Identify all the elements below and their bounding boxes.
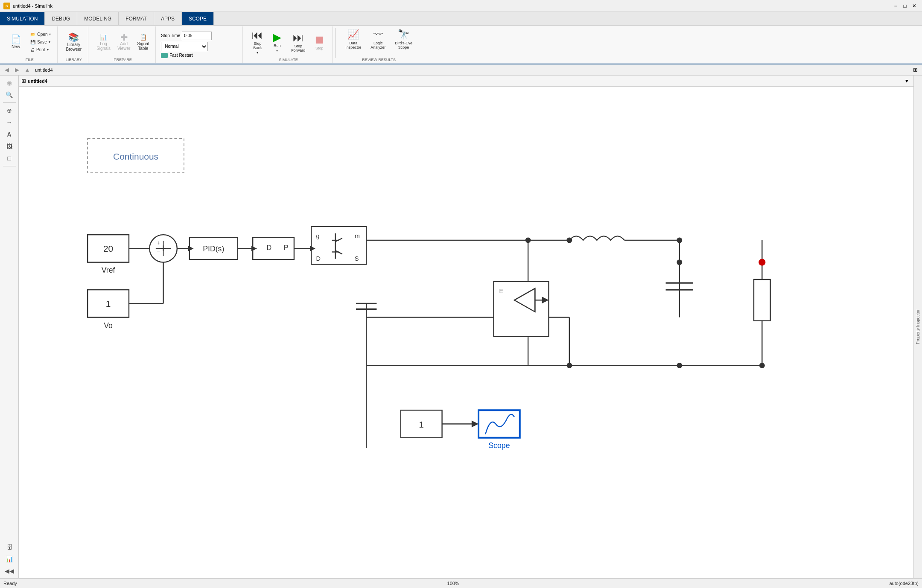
- sidebar-chart-button[interactable]: 📊: [3, 553, 16, 565]
- run-button[interactable]: ▶ Run ▾: [268, 29, 286, 55]
- step-forward-button[interactable]: ⏭ Step Forward: [287, 30, 309, 55]
- breadcrumb: untitled4: [35, 67, 53, 73]
- svg-text:D: D: [316, 255, 321, 262]
- step-back-button[interactable]: ⏮ Step Back ▾: [248, 27, 267, 57]
- add-viewer-button[interactable]: ➕ Add Viewer: [114, 32, 133, 52]
- new-button[interactable]: 📄 New: [5, 33, 26, 51]
- svg-point-40: [677, 259, 682, 265]
- tab-simulation[interactable]: SIMULATION: [0, 12, 45, 25]
- signal-table-icon: 📋: [140, 34, 147, 41]
- svg-text:P: P: [284, 244, 289, 251]
- breadcrumb-model: untitled4: [35, 67, 53, 73]
- svg-text:E: E: [499, 288, 503, 294]
- svg-text:D: D: [266, 244, 271, 251]
- svg-text:g: g: [316, 233, 320, 239]
- svg-text:Vref: Vref: [102, 266, 115, 274]
- simulink-diagram[interactable]: Continuous 20 Vref 1 Vo + + − PID(s) D P: [19, 87, 913, 578]
- toolbar: ◀ ▶ ▲ untitled4 ⊞: [0, 64, 922, 76]
- svg-text:S: S: [355, 255, 359, 262]
- tab-bar: SIMULATION DEBUG MODELING FORMAT APPS SC…: [0, 12, 922, 26]
- main-area: ◉ 🔍 ⊕ → A 🖼 □ 🗄 📊 ◀◀ ⊞ untitled4 ▾ Conti…: [0, 76, 922, 578]
- svg-rect-37: [754, 279, 770, 321]
- birds-eye-button[interactable]: 🔭 Bird's-Eye Scope: [391, 27, 416, 51]
- log-signals-button[interactable]: 📊 Log Signals: [93, 32, 114, 52]
- grid-button[interactable]: ⊞: [911, 66, 919, 74]
- tab-scope[interactable]: SCOPE: [182, 12, 214, 25]
- ribbon-prepare-section: 📊 Log Signals ➕ Add Viewer 📋 Signal Tabl…: [90, 26, 156, 63]
- file-small-btns: 📂 Open ▾ 💾 Save ▾ 🖨 Print ▾: [27, 31, 54, 53]
- model-title-dropdown[interactable]: ▾: [902, 77, 911, 85]
- sidebar-separator-2: [3, 166, 16, 166]
- stop-button[interactable]: ⏹ Stop: [310, 32, 329, 52]
- stop-time-input[interactable]: [182, 32, 212, 40]
- svg-text:Scope: Scope: [488, 441, 510, 450]
- open-button[interactable]: 📂 Open ▾: [27, 31, 54, 38]
- sidebar-image-button[interactable]: 🖼: [3, 141, 16, 152]
- title-bar-left: S untitled4 - Simulink: [3, 3, 53, 9]
- minimize-button[interactable]: −: [891, 2, 900, 10]
- svg-point-31: [566, 238, 572, 243]
- sidebar-collapse-button[interactable]: ◀◀: [3, 565, 16, 576]
- tab-format[interactable]: FORMAT: [119, 12, 154, 25]
- data-inspector-button[interactable]: 📈 Data Inspector: [341, 27, 365, 51]
- model-title-name: untitled4: [28, 79, 47, 84]
- forward-button[interactable]: ▶: [13, 66, 21, 74]
- birds-eye-icon: 🔭: [398, 29, 409, 40]
- ribbon-review-section: 📈 Data Inspector 〰 Logic Analyzer 🔭 Bird…: [338, 26, 420, 63]
- svg-rect-65: [479, 410, 520, 437]
- logic-analyzer-button[interactable]: 〰 Logic Analyzer: [367, 27, 389, 51]
- svg-text:−: −: [156, 248, 160, 255]
- back-button[interactable]: ◀: [3, 66, 11, 74]
- close-button[interactable]: ✕: [910, 2, 919, 10]
- fast-restart-row: Fast Restart: [161, 53, 239, 58]
- simulate-buttons: ⏮ Step Back ▾ ▶ Run ▾ ⏭ Step Forward ⏹ S…: [248, 27, 329, 57]
- svg-point-46: [759, 363, 765, 368]
- property-inspector-label: Property Inspector: [916, 309, 920, 344]
- library-icon: 📚: [68, 33, 79, 41]
- up-button[interactable]: ▲: [23, 66, 32, 74]
- svg-point-39: [759, 259, 765, 266]
- ribbon-library-section: 📚 Library Browser LIBRARY: [59, 26, 88, 63]
- sidebar-navigate-button[interactable]: ◉: [3, 77, 16, 88]
- sidebar-port-button[interactable]: →: [3, 117, 16, 128]
- print-button[interactable]: 🖨 Print ▾: [27, 46, 54, 53]
- tab-debug[interactable]: DEBUG: [45, 12, 77, 25]
- sidebar-search-button[interactable]: 🔍: [3, 89, 16, 100]
- sidebar-rect-button[interactable]: □: [3, 153, 16, 164]
- sidebar-zoom-button[interactable]: ⊕: [3, 105, 16, 116]
- simulation-mode-select[interactable]: Normal Accelerator Rapid Accelerator: [161, 42, 208, 51]
- svg-text:20: 20: [103, 244, 113, 253]
- ribbon-file-section: 📄 New 📂 Open ▾ 💾 Save ▾ 🖨 Print: [2, 26, 58, 63]
- library-browser-button[interactable]: 📚 Library Browser: [63, 31, 85, 53]
- ribbon-separator: [335, 28, 336, 58]
- tab-modeling[interactable]: MODELING: [77, 12, 119, 25]
- sidebar-text-button[interactable]: A: [3, 129, 16, 140]
- svg-text:PID(s): PID(s): [203, 245, 224, 253]
- prepare-btn-group: 📊 Log Signals ➕ Add Viewer 📋 Signal Tabl…: [93, 27, 152, 57]
- model-title-bar: ⊞ untitled4 ▾: [19, 76, 913, 87]
- model-icon: ⊞: [21, 78, 26, 84]
- svg-point-45: [677, 363, 682, 368]
- ribbon-simulate-section: ⏮ Step Back ▾ ▶ Run ▾ ⏭ Step Forward ⏹ S…: [245, 26, 333, 63]
- svg-text:m: m: [355, 233, 360, 239]
- add-viewer-icon: ➕: [120, 34, 128, 41]
- signal-table-button[interactable]: 📋 Signal Table: [134, 32, 152, 52]
- svg-point-58: [525, 238, 531, 243]
- fast-restart-icon: [161, 53, 168, 58]
- tab-apps[interactable]: APPS: [154, 12, 182, 25]
- stop-time-row: Stop Time: [161, 32, 239, 40]
- save-button[interactable]: 💾 Save ▾: [27, 38, 54, 46]
- svg-marker-64: [472, 420, 479, 427]
- logic-analyzer-icon: 〰: [373, 29, 383, 40]
- ribbon: 📄 New 📂 Open ▾ 💾 Save ▾ 🖨 Print: [0, 26, 922, 64]
- sidebar-database-button[interactable]: 🗄: [3, 541, 16, 553]
- save-icon: 💾: [30, 40, 35, 44]
- simulate-combo-group: Stop Time Normal Accelerator Rapid Accel…: [161, 27, 239, 62]
- svg-text:Vo: Vo: [104, 321, 113, 330]
- maximize-button[interactable]: □: [901, 2, 909, 10]
- open-icon: 📂: [30, 32, 35, 37]
- zoom-level: 100%: [447, 581, 459, 586]
- step-forward-icon: ⏭: [293, 32, 304, 43]
- solver-info: auto(ode23tb): [890, 581, 919, 586]
- status-text: Ready: [3, 581, 17, 586]
